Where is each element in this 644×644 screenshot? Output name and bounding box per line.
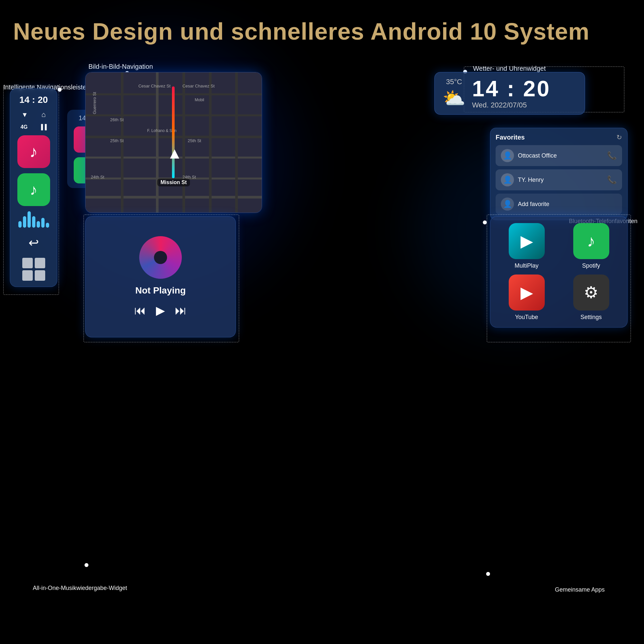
apps-label: Gemeinsame Apps	[555, 586, 605, 593]
grid-cell-3	[22, 270, 33, 281]
wifi-icon: ▼	[21, 111, 28, 119]
add-icon: 👤	[501, 198, 514, 211]
map-street: Mission St	[157, 179, 190, 186]
weather-time: 14 : 20	[472, 77, 551, 100]
nav-network: 4G ▐▐	[15, 124, 52, 130]
network-label: 4G	[21, 124, 28, 130]
temperature: 35°C	[446, 78, 462, 86]
favorites-title: Favorites	[496, 134, 525, 141]
page-title: Neues Design und schnelleres Android 10 …	[13, 18, 590, 45]
weather-icon: ⛅	[443, 87, 465, 109]
contact-avatar-1: 👤	[501, 149, 514, 162]
grid-button[interactable]	[22, 258, 45, 281]
favorite-item-2[interactable]: 👤 TY. Henry 📞	[496, 169, 622, 190]
contact-name-2: TY. Henry	[518, 177, 603, 183]
contact-name-1: Ottocast Office	[518, 152, 603, 159]
grid-cell-4	[35, 270, 45, 281]
call-icon-1[interactable]: 📞	[607, 151, 617, 160]
favorite-item-1[interactable]: 👤 Ottocast Office 📞	[496, 145, 622, 166]
map-background: Cesar Chavez St Cesar Chavez St Guerrero…	[85, 72, 262, 213]
nav-status-icons: ▼ ⌂	[15, 110, 52, 119]
add-favorite-button[interactable]: 👤 Add favorite	[496, 194, 622, 215]
signal-icon: ▐▐	[39, 124, 47, 130]
weather-date: Wed. 2022/07/05	[472, 101, 551, 109]
grid-cell-2	[35, 258, 45, 268]
weather-widget: 35°C ⛅ 14 : 20 Wed. 2022/07/05	[434, 72, 585, 115]
music-app-icon[interactable]: ♪	[17, 135, 50, 168]
music-widget-label: All-in-One-Musikwiedergabe-Widget	[33, 585, 127, 592]
back-button[interactable]: ↩	[24, 233, 44, 253]
favorites-header: Favorites ↻	[496, 133, 622, 141]
spotify-icon: ♪	[30, 181, 37, 199]
back-icon: ↩	[28, 236, 39, 250]
voice-bars	[17, 211, 50, 228]
call-icon-2[interactable]: 📞	[607, 175, 617, 184]
bluetooth-icon: ⌂	[41, 110, 46, 119]
bild-label: Bild-in-Bild-Navigation	[88, 63, 153, 70]
spotify-app-icon[interactable]: ♪	[17, 173, 50, 206]
map-widget: Cesar Chavez St Cesar Chavez St Guerrero…	[85, 72, 262, 213]
contact-avatar-2: 👤	[501, 173, 514, 186]
add-favorite-label: Add favorite	[518, 201, 549, 208]
refresh-button[interactable]: ↻	[616, 133, 622, 141]
weather-info: 14 : 20 Wed. 2022/07/05	[472, 77, 551, 109]
music-note-icon: ♪	[29, 142, 38, 161]
favorites-widget: Favorites ↻ 👤 Ottocast Office 📞 👤 TY. He…	[490, 128, 628, 220]
grid-cell-1	[22, 258, 33, 268]
nav-sidebar: 14 : 20 ▼ ⌂ 4G ▐▐ ♪ ♪ ↩	[10, 88, 57, 287]
nav-time: 14 : 20	[15, 95, 52, 105]
